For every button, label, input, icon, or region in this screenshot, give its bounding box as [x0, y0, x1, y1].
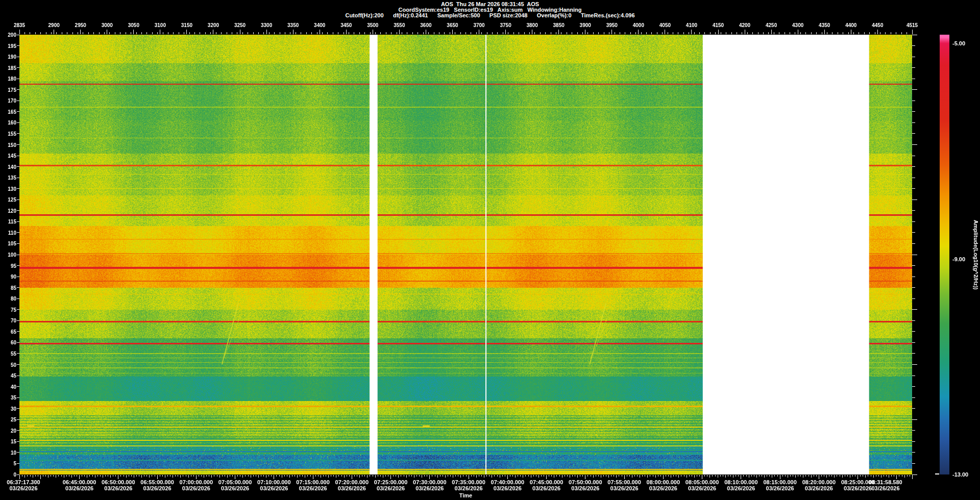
time-axis-major-tick — [429, 475, 430, 479]
time-axis-minor-tick — [738, 475, 739, 477]
top-axis-minor-tick — [412, 32, 413, 34]
top-axis-minor-tick — [641, 32, 642, 34]
time-axis-minor-tick — [907, 475, 908, 477]
time-axis-minor-tick — [217, 475, 217, 477]
top-axis-minor-tick — [710, 32, 710, 34]
top-axis-minor-tick — [434, 32, 434, 34]
time-axis-major-tick — [469, 475, 469, 479]
top-axis-minor-tick — [194, 32, 195, 34]
time-axis-minor-tick — [840, 475, 840, 477]
time-axis-medium-tick — [103, 475, 103, 478]
time-axis-minor-tick — [598, 475, 599, 477]
time-axis-minor-tick — [237, 475, 238, 477]
top-axis-minor-tick — [439, 32, 439, 34]
time-axis-minor-tick — [886, 475, 887, 477]
time-axis-minor-tick — [614, 475, 614, 477]
time-axis-minor-tick — [736, 475, 736, 477]
time-axis-minor-tick — [97, 475, 98, 477]
top-axis-minor-tick — [481, 32, 482, 34]
time-axis-minor-tick — [393, 475, 394, 477]
time-axis-minor-tick — [139, 475, 139, 477]
top-axis-minor-tick — [657, 32, 657, 34]
top-axis-minor-tick — [487, 32, 487, 34]
top-axis-minor-tick — [880, 32, 880, 34]
time-axis-major-tick — [196, 475, 197, 479]
time-axis-minor-tick — [798, 475, 798, 477]
time-axis-medium-tick — [445, 475, 446, 478]
time-axis-minor-tick — [411, 475, 412, 477]
time-axis-medium-tick — [601, 475, 601, 478]
time-axis-medium-tick — [64, 475, 64, 478]
time-axis-major-tick — [819, 475, 819, 479]
top-axis-major-tick — [691, 30, 692, 34]
top-axis-minor-tick — [891, 32, 891, 34]
top-axis-minor-tick — [843, 32, 843, 34]
time-axis-medium-tick — [647, 475, 648, 478]
top-axis-minor-tick — [274, 32, 275, 34]
time-axis-minor-tick — [549, 475, 549, 477]
time-axis-major-tick — [507, 475, 508, 479]
top-axis-minor-tick — [545, 32, 546, 34]
time-axis-medium-tick — [33, 475, 33, 478]
time-axis-medium-tick — [251, 475, 251, 478]
time-axis-start-tick — [19, 475, 20, 479]
top-axis-minor-tick — [317, 32, 317, 34]
top-axis-minor-tick — [163, 32, 163, 34]
time-axis-minor-tick — [497, 475, 498, 477]
top-axis-major-tick — [107, 30, 107, 34]
freq-tick-label: 70 — [1, 318, 16, 323]
top-axis-major-tick — [19, 30, 20, 34]
time-axis-minor-tick — [155, 475, 155, 477]
time-axis-medium-tick — [764, 475, 765, 478]
top-axis-minor-tick — [386, 32, 386, 34]
top-axis-minor-tick — [582, 32, 583, 34]
top-axis-minor-tick — [715, 32, 716, 34]
time-axis-minor-tick — [146, 475, 147, 477]
freq-right-tick — [912, 298, 915, 299]
top-axis-major-tick — [160, 30, 160, 34]
time-axis-medium-tick — [772, 475, 772, 478]
freq-right-tick — [912, 67, 915, 68]
time-axis-minor-tick — [746, 475, 747, 477]
time-axis-minor-tick — [603, 475, 604, 477]
time-axis-medium-tick — [678, 475, 679, 478]
time-axis-minor-tick — [793, 475, 793, 477]
top-axis-tick-label: 2900 — [41, 22, 67, 28]
freq-right-tick — [912, 342, 915, 343]
time-axis-minor-tick — [51, 475, 51, 477]
time-axis-minor-tick — [183, 475, 183, 477]
time-axis-major-tick — [546, 475, 547, 479]
freq-tick-label: 80 — [1, 296, 16, 302]
freq-left-tick — [17, 287, 19, 288]
top-axis-minor-tick — [869, 32, 870, 34]
time-axis-medium-tick — [258, 475, 259, 478]
time-axis-minor-tick — [785, 475, 786, 477]
time-axis-minor-tick — [292, 475, 292, 477]
top-axis-minor-tick — [635, 32, 636, 34]
freq-tick-label: 150 — [1, 142, 16, 148]
time-axis-minor-tick — [120, 475, 121, 477]
top-axis-minor-tick — [30, 32, 30, 34]
time-axis-minor-tick — [388, 475, 388, 477]
time-axis-minor-tick — [245, 475, 246, 477]
time-axis-minor-tick — [502, 475, 503, 477]
top-axis-minor-tick — [333, 32, 333, 34]
time-axis-medium-tick — [227, 475, 228, 478]
aos-spectrogram-window: AOS Thu 26 Mar 2026 08:31:45 AOS CoordSy… — [0, 0, 980, 500]
time-axis-minor-tick — [565, 475, 565, 477]
time-axis-medium-tick — [336, 475, 336, 478]
time-axis-minor-tick — [525, 475, 526, 477]
top-axis-minor-tick — [742, 32, 742, 34]
top-axis-minor-tick — [402, 32, 402, 34]
freq-right-tick — [912, 364, 917, 365]
time-axis-minor-tick — [201, 475, 202, 477]
freq-right-tick — [912, 89, 917, 90]
time-axis-minor-tick — [466, 475, 467, 477]
freq-tick-label: 45 — [1, 373, 16, 379]
freq-right-tick — [912, 419, 917, 420]
top-axis-minor-tick — [311, 32, 312, 34]
time-axis-medium-tick — [577, 475, 578, 478]
freq-tick-label: 85 — [1, 285, 16, 291]
top-axis-minor-tick — [455, 32, 455, 34]
time-axis-minor-tick — [276, 475, 277, 477]
